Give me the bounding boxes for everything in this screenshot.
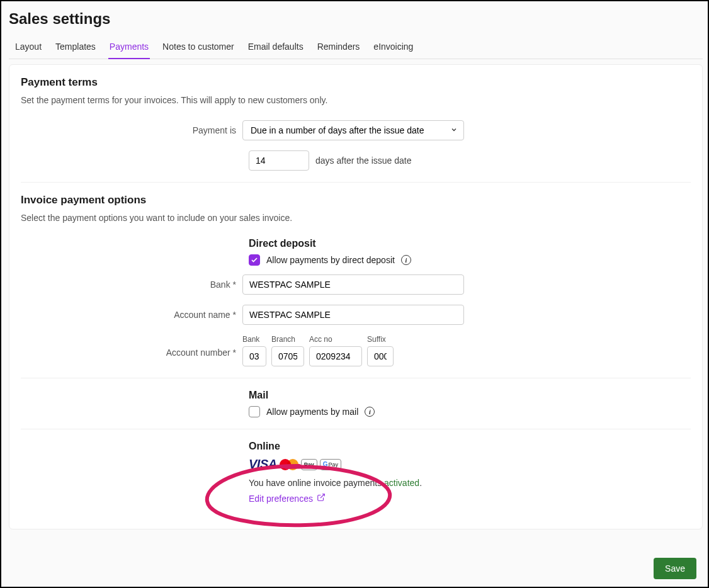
- mail-heading: Mail: [249, 390, 691, 401]
- divider: [21, 378, 691, 378]
- invoice-options-heading: Invoice payment options: [21, 194, 691, 206]
- acct-branch-label: Branch: [271, 335, 304, 344]
- save-button[interactable]: Save: [654, 558, 696, 579]
- tabs: Layout Templates Payments Notes to custo…: [9, 37, 703, 59]
- tab-layout[interactable]: Layout: [14, 37, 43, 59]
- account-number-label: Account number: [21, 335, 242, 358]
- days-input[interactable]: [249, 150, 309, 171]
- tab-einvoicing[interactable]: eInvoicing: [372, 37, 414, 59]
- info-icon[interactable]: i: [401, 255, 411, 265]
- direct-deposit-checkbox-label: Allow payments by direct deposit: [266, 255, 395, 265]
- direct-deposit-heading: Direct deposit: [249, 238, 691, 249]
- acct-suffix-label: Suffix: [367, 335, 394, 344]
- acct-bank-label: Bank: [242, 335, 266, 344]
- tab-notes-to-customer[interactable]: Notes to customer: [161, 37, 235, 59]
- mastercard-icon: [280, 458, 298, 471]
- info-icon[interactable]: i: [365, 407, 375, 417]
- svg-line-0: [320, 494, 324, 498]
- page-title: Sales settings: [9, 10, 703, 28]
- account-name-input[interactable]: [242, 305, 464, 325]
- payment-logos: VISA Pay G Pay: [249, 457, 691, 472]
- bank-input[interactable]: [242, 274, 464, 295]
- invoice-options-desc: Select the payment options you want to i…: [21, 213, 691, 223]
- payment-is-label: Payment is: [21, 125, 242, 135]
- days-suffix-label: days after the issue date: [315, 155, 412, 166]
- google-pay-icon: G Pay: [320, 459, 341, 470]
- visa-icon: VISA: [249, 457, 277, 472]
- external-link-icon: [317, 493, 326, 504]
- acct-accno-input[interactable]: [309, 346, 362, 366]
- mail-checkbox[interactable]: [249, 406, 260, 417]
- activated-word: activated: [384, 478, 419, 488]
- direct-deposit-checkbox[interactable]: [249, 254, 260, 266]
- apple-pay-icon: Pay: [301, 459, 317, 470]
- divider: [21, 182, 691, 183]
- divider: [21, 429, 691, 429]
- settings-card: Payment terms Set the payment terms for …: [9, 64, 703, 529]
- tab-templates[interactable]: Templates: [54, 37, 97, 59]
- acct-branch-input[interactable]: [271, 346, 304, 366]
- payment-is-select[interactable]: Due in a number of days after the issue …: [242, 120, 464, 140]
- acct-accno-label: Acc no: [309, 335, 362, 344]
- payment-terms-heading: Payment terms: [21, 76, 691, 89]
- tab-email-defaults[interactable]: Email defaults: [247, 37, 305, 59]
- payment-terms-desc: Set the payment terms for your invoices.…: [21, 95, 691, 105]
- edit-preferences-link[interactable]: Edit preferences: [249, 493, 326, 504]
- tab-payments[interactable]: Payments: [108, 37, 150, 59]
- mail-checkbox-label: Allow payments by mail: [266, 407, 358, 417]
- acct-suffix-input[interactable]: [367, 346, 394, 366]
- acct-bank-input[interactable]: [242, 346, 266, 366]
- account-name-label: Account name: [21, 310, 242, 320]
- online-heading: Online: [249, 441, 691, 452]
- tab-reminders[interactable]: Reminders: [316, 37, 361, 59]
- bank-label: Bank: [21, 280, 242, 290]
- online-status: You have online invoice payments activat…: [249, 478, 691, 488]
